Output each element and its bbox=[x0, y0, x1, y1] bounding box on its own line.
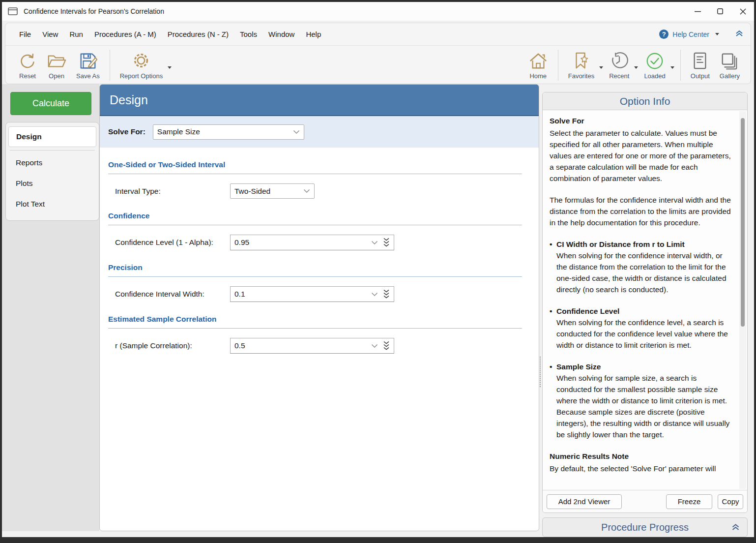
chevron-down-icon bbox=[715, 33, 719, 35]
multi-value-chevrons-icon[interactable] bbox=[383, 238, 390, 247]
title-bar: Confidence Intervals for Pearson's Corre… bbox=[2, 2, 754, 21]
report-options-button[interactable]: Report Options bbox=[115, 50, 168, 83]
check-circle-icon bbox=[645, 51, 665, 71]
sidebar-item-design[interactable]: Design bbox=[8, 126, 96, 147]
open-button[interactable]: Open bbox=[42, 48, 71, 83]
sample-correlation-row: r (Sample Correlation): bbox=[115, 338, 522, 354]
collapse-ribbon-icon[interactable] bbox=[735, 30, 744, 39]
document-lines-icon bbox=[691, 51, 709, 71]
close-icon[interactable] bbox=[731, 2, 754, 21]
section-heading-precision: Precision bbox=[108, 263, 522, 277]
save-as-button[interactable]: Save As bbox=[71, 48, 105, 83]
sample-correlation-combo bbox=[230, 338, 394, 354]
recent-dropdown-icon[interactable] bbox=[634, 66, 638, 69]
sidebar-item-plot-text[interactable]: Plot Text bbox=[6, 194, 99, 214]
toolbar-separator bbox=[558, 50, 558, 81]
design-panel-title: Design bbox=[100, 85, 539, 116]
option-info-panel: Option Info Solve For Select the paramet… bbox=[542, 92, 748, 513]
design-panel: Design Solve For: Sample Size One-Sided … bbox=[99, 84, 539, 531]
menu-view[interactable]: View bbox=[42, 30, 58, 38]
option-info-bullet: • Confidence Level When solving for the … bbox=[550, 305, 733, 351]
option-info-paragraph: Select the parameter to calculate. Value… bbox=[550, 127, 733, 184]
chevron-down-icon bbox=[303, 189, 310, 193]
option-info-title: Option Info bbox=[543, 92, 747, 110]
solve-for-row: Solve For: Sample Size bbox=[100, 116, 539, 148]
menu-procedures-a-m[interactable]: Procedures (A - M) bbox=[94, 30, 156, 38]
interval-type-row: Interval Type: Two-Sided bbox=[115, 183, 522, 199]
recent-button[interactable]: Recent bbox=[604, 50, 634, 83]
help-center-button[interactable]: ? Help Center bbox=[659, 30, 719, 39]
right-column: Option Info Solve For Select the paramet… bbox=[542, 84, 748, 531]
procedure-progress-bar[interactable]: Procedure Progress bbox=[542, 517, 748, 537]
content-area: Calculate Design Reports Plots Plot Text… bbox=[2, 84, 754, 537]
folder-open-icon bbox=[47, 51, 66, 71]
chevron-down-icon bbox=[293, 130, 300, 134]
splitter-grip-icon bbox=[540, 357, 542, 387]
clock-history-icon bbox=[610, 51, 629, 71]
scrollbar-thumb[interactable] bbox=[741, 118, 745, 327]
favorites-button[interactable]: Favorites bbox=[563, 50, 599, 83]
minimize-icon[interactable] bbox=[686, 2, 709, 21]
calculate-button[interactable]: Calculate bbox=[10, 92, 91, 115]
option-info-heading: Solve For bbox=[550, 115, 733, 126]
favorites-dropdown-icon[interactable] bbox=[599, 66, 603, 69]
ribbon: File View Run Procedures (A - M) Procedu… bbox=[5, 23, 751, 84]
menu-run[interactable]: Run bbox=[69, 30, 83, 38]
option-info-paragraph: The formulas for the confidence interval… bbox=[550, 194, 733, 228]
home-button[interactable]: Home bbox=[523, 48, 553, 83]
confidence-level-row: Confidence Level (1 - Alpha): bbox=[115, 235, 522, 250]
save-floppy-pencil-icon bbox=[78, 51, 98, 71]
multi-value-chevrons-icon[interactable] bbox=[383, 289, 390, 299]
design-form: One-Sided or Two-Sided Interval Interval… bbox=[100, 148, 539, 366]
reset-button[interactable]: Reset bbox=[13, 48, 42, 83]
sample-correlation-label: r (Sample Correlation): bbox=[115, 341, 230, 350]
add-2nd-viewer-button[interactable]: Add 2nd Viewer bbox=[547, 494, 622, 509]
section-heading-confidence: Confidence bbox=[108, 211, 522, 225]
question-circle-icon: ? bbox=[659, 30, 669, 39]
solve-for-select[interactable]: Sample Size bbox=[153, 124, 304, 140]
multi-value-chevrons-icon[interactable] bbox=[383, 341, 390, 351]
option-info-bullet: • CI Width or Distance from r to Limit W… bbox=[550, 239, 733, 295]
ci-width-row: Confidence Interval Width: bbox=[115, 286, 522, 302]
collapse-up-icon[interactable] bbox=[731, 523, 740, 533]
confidence-level-combo bbox=[230, 235, 394, 250]
bullet-text: When solving for the confidence interval… bbox=[556, 251, 727, 294]
menu-file[interactable]: File bbox=[19, 30, 31, 38]
sidebar-item-plots[interactable]: Plots bbox=[6, 173, 99, 194]
reset-arrow-icon bbox=[18, 51, 37, 71]
bullet-text: When solving for the confidence level, a… bbox=[556, 318, 728, 349]
menu-procedures-n-z[interactable]: Procedures (N - Z) bbox=[168, 30, 229, 38]
loaded-button[interactable]: Loaded bbox=[639, 50, 670, 83]
freeze-button[interactable]: Freeze bbox=[666, 494, 712, 509]
maximize-icon[interactable] bbox=[709, 2, 731, 21]
menu-window[interactable]: Window bbox=[268, 30, 294, 38]
gallery-button[interactable]: Gallery bbox=[715, 48, 745, 83]
ci-width-input[interactable] bbox=[231, 287, 371, 302]
chevron-down-icon[interactable] bbox=[371, 292, 378, 297]
option-info-footer: Add 2nd Viewer Freeze Copy bbox=[543, 490, 747, 513]
sidebar-item-reports[interactable]: Reports bbox=[6, 152, 99, 173]
output-button[interactable]: Output bbox=[686, 48, 715, 83]
ci-width-combo bbox=[230, 286, 394, 302]
bullet-heading: Sample Size bbox=[556, 362, 601, 371]
interval-type-value: Two-Sided bbox=[234, 187, 303, 196]
menu-tools[interactable]: Tools bbox=[240, 30, 257, 38]
confidence-level-input[interactable] bbox=[231, 235, 371, 250]
loaded-dropdown-icon[interactable] bbox=[670, 66, 674, 69]
bullet-text: When solving for sample size, a search i… bbox=[556, 374, 729, 439]
bullet-heading: CI Width or Distance from r to Limit bbox=[556, 240, 685, 248]
chevron-down-icon[interactable] bbox=[371, 344, 378, 348]
ci-width-label: Confidence Interval Width: bbox=[115, 290, 230, 299]
stacked-pages-icon bbox=[720, 51, 739, 71]
option-info-scrollbar[interactable] bbox=[739, 111, 746, 489]
confidence-level-label: Confidence Level (1 - Alpha): bbox=[115, 238, 230, 247]
option-info-heading: Numeric Results Note bbox=[550, 451, 733, 462]
app-window: Confidence Intervals for Pearson's Corre… bbox=[0, 0, 756, 543]
interval-type-select[interactable]: Two-Sided bbox=[230, 183, 315, 199]
sidebar: Calculate Design Reports Plots Plot Text bbox=[2, 84, 99, 531]
copy-button[interactable]: Copy bbox=[718, 494, 743, 509]
report-options-dropdown-icon[interactable] bbox=[168, 66, 172, 69]
sample-correlation-input[interactable] bbox=[231, 338, 371, 353]
menu-help[interactable]: Help bbox=[306, 30, 321, 38]
chevron-down-icon[interactable] bbox=[371, 241, 378, 245]
